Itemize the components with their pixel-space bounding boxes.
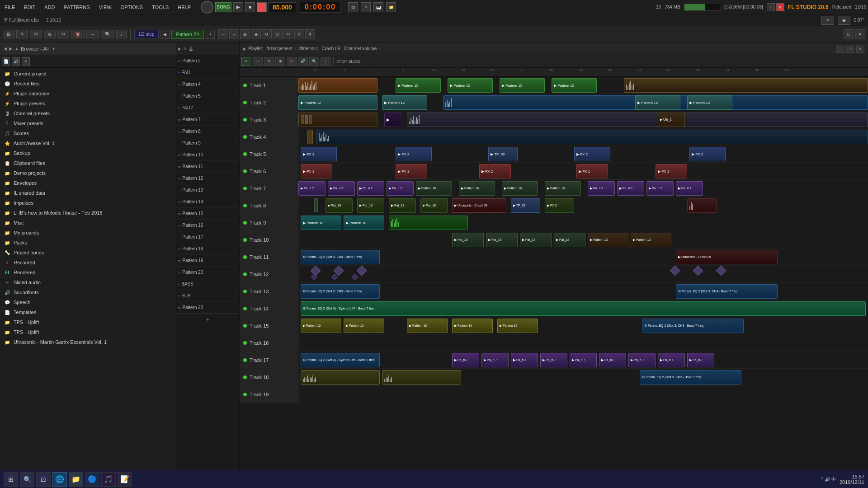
track-content-13[interactable]: ⚙ Param. EQ 2 (Slot 3. CH3 - Band 7 freq… — [298, 283, 868, 300]
track17-pan7-8[interactable]: ▶ Pa_n 7 — [658, 353, 685, 367]
track18-wave[interactable] — [301, 370, 380, 385]
track-led-16[interactable] — [243, 341, 247, 345]
track2-block-2[interactable]: ▶ Pattern 12 — [382, 95, 427, 110]
menu-patterns[interactable]: PATTERNS — [61, 4, 93, 11]
arrow-left-btn[interactable]: ← — [218, 29, 228, 39]
ie-icon[interactable]: 🌐 — [52, 472, 67, 487]
browser-item-scores[interactable]: 🎵 Scores — [0, 128, 176, 138]
track7-pan7-6[interactable]: ▶ Pa_n 7 — [617, 181, 644, 196]
track15-pat16-5[interactable]: ▶ Pattern 16 — [497, 319, 538, 333]
chrome-icon[interactable]: 🔵 — [85, 472, 99, 487]
media-icon[interactable]: 🎵 — [101, 472, 116, 487]
browser-item-clipboard[interactable]: 📋 Clipboard files — [0, 158, 176, 168]
track17-pan7-4[interactable]: ▶ Pa_n 7 — [540, 353, 567, 367]
pattern-item-17[interactable]: =Pattern 17 — [176, 231, 239, 243]
track10-pat13-1[interactable]: ▶ Pattern 13 — [588, 233, 628, 247]
arr-tool-6[interactable]: 🔗 — [298, 57, 308, 66]
browser-item-plugin-database[interactable]: ⚡ Plugin database — [0, 89, 176, 99]
track-content-17[interactable]: ⚙ Param. EQ 2 (Slot 3) - Sylenth1 #5 - B… — [298, 352, 868, 368]
menu-add[interactable]: ADD — [42, 4, 57, 11]
track15-pat16-1[interactable]: ▶ Pattern 16 — [301, 319, 341, 333]
mute-tool-btn[interactable]: 🔇 — [71, 30, 85, 38]
browser-item-ilshared[interactable]: 📁 IL shared data — [0, 188, 176, 198]
track-content-1[interactable]: ▶ Pattern 15 ▶ Pattern 15 ▶ Pattern 15 ▶… — [298, 77, 868, 94]
track6-fx1-2[interactable]: ▶ FX 1 — [396, 164, 427, 178]
track-led-11[interactable] — [243, 255, 247, 259]
track9-pat18-2[interactable]: ▶ Pattern 18 — [344, 216, 384, 230]
track-content-6[interactable]: ▶ FX 1 ▶ FX 1 ▶ FX 2 ▶ FX 1 ▶ FX 1 — [298, 163, 868, 179]
arr-tool-2[interactable]: ↔ — [253, 57, 263, 66]
pattern-item-14[interactable]: =Pattern 14 — [176, 196, 239, 208]
browser-item-lhb[interactable]: 📁 LHB's how to Melodic House - Feb 2018 — [0, 208, 176, 218]
track10-pat18-2[interactable]: ▶ Pat_18 — [486, 233, 518, 247]
refresh-btn[interactable]: 🔊 — [12, 57, 20, 66]
track-led-19[interactable] — [243, 393, 247, 396]
arr-tool-3[interactable]: ✎ — [264, 57, 274, 66]
browser-item-recorded[interactable]: 🎙 Recorded — [0, 258, 176, 267]
track8-end[interactable] — [687, 198, 717, 213]
step-left-btn[interactable]: ◀ — [160, 30, 170, 39]
track-led-2[interactable] — [243, 101, 247, 104]
track7-pan7-5[interactable]: ▶ Pa_n 7 — [588, 181, 615, 196]
track5-tp02[interactable]: ▶ TP_02 — [488, 147, 518, 161]
pattern-item-16[interactable]: =Pattern 16 — [176, 220, 239, 231]
loop-btn[interactable]: ↺ — [262, 29, 272, 39]
track7-pat16-4[interactable]: ▶ Pattern 16 — [545, 181, 581, 196]
track-led-12[interactable] — [243, 272, 247, 276]
arr-tool-7[interactable]: 🔍 — [309, 57, 319, 66]
track6-fx1-1[interactable]: ▶ FX 1 — [301, 164, 332, 178]
new-folder-btn[interactable]: 📄 — [2, 57, 10, 66]
browser-item-backup[interactable]: 📁 Backup — [0, 148, 176, 158]
track7-pan7-3[interactable]: ▶ Pa_n 7 — [357, 181, 384, 196]
browser-item-rendered[interactable]: 🎞 Rendered — [0, 267, 176, 277]
arr-tool-1[interactable]: ≡ — [241, 57, 251, 66]
track-led-17[interactable] — [243, 358, 247, 362]
browser-icon[interactable]: 📁 — [386, 2, 396, 12]
browser-item-mixer-presets[interactable]: 🎚 Mixer presets — [0, 118, 176, 128]
track17-pan7-3[interactable]: ▶ Pa_n 7 — [511, 353, 538, 367]
track13-param-eq-r[interactable]: ⚙ Param. EQ 2 (Slot 3. CH4 - Band 7 freq — [676, 284, 778, 299]
track18-param-eq[interactable]: ⚙ Param. EQ 2 (Slot 3. CH2 - Band 7 freq — [640, 370, 741, 385]
track8-pat16-1[interactable]: ▶ Pat_16 — [357, 198, 384, 213]
paint-tool-btn[interactable]: ⚙ — [30, 30, 42, 38]
slip-tool-btn[interactable]: ↔ — [86, 30, 99, 38]
browser-item-packs[interactable]: 📁 Packs — [0, 238, 176, 248]
arr-tool-4[interactable]: ⊕ — [275, 57, 285, 66]
browser-item-templates[interactable]: 📄 Templates — [0, 307, 176, 317]
piano-roll-icon[interactable]: 🎹 — [373, 2, 383, 12]
track-led-15[interactable] — [243, 324, 247, 328]
track7-pat16-1[interactable]: ▶ Pattern 16 — [416, 181, 452, 196]
track-led-18[interactable] — [243, 375, 247, 379]
track-led-3[interactable] — [243, 118, 247, 122]
track-content-12[interactable] — [298, 266, 868, 282]
track11-ultrasonic-crash[interactable]: ▶ Ultrasonic - Crash 09 — [676, 250, 778, 264]
play-icon[interactable]: ▶ — [243, 47, 246, 51]
track7-pan7-7[interactable]: ▶ Pa_n 7 — [646, 181, 674, 196]
track-content-9[interactable]: ▶ Pattern 18 ▶ Pattern 18 — [298, 214, 868, 231]
step-display[interactable]: 1/2 step — [134, 30, 159, 38]
track3-block-2[interactable] — [407, 113, 868, 127]
track5-fx2-4[interactable]: ▶ FX 2 — [689, 147, 726, 161]
track15-pat16-3[interactable]: ▶ Pattern 16 — [407, 319, 448, 333]
explorer-icon[interactable]: 📁 — [69, 472, 83, 487]
menu-file[interactable]: FILE — [2, 4, 18, 11]
pattern-item-13[interactable]: =Pattern 13 — [176, 184, 239, 196]
track13-param-eq[interactable]: ⚙ Param. EQ 2 (Slot 3. CH3 - Band 7 freq — [301, 284, 380, 299]
pattern-item-11[interactable]: =Pattern 11 — [176, 161, 239, 173]
track17-pan7-6[interactable]: ▶ Pa_n 7 — [599, 353, 626, 367]
track-content-10[interactable]: ▶ Pat_18 ▶ Pat_18 ▶ Pat_18 ▶ Pat_18 ▶ Pa… — [298, 231, 868, 248]
track9-green-block[interactable] — [389, 216, 468, 230]
track-content-18[interactable]: ⚙ Param. EQ 2 (Slot 3. CH2 - Band 7 freq — [298, 369, 868, 385]
delete-tool-btn[interactable]: ✂ — [57, 30, 69, 38]
track-content-7[interactable]: ▶ Pa_n 7 ▶ Pa_n 7 ▶ Pa_n 7 ▶ Pa_n 7 ▶ Pa… — [298, 180, 868, 197]
track15-pat16-4[interactable]: ▶ Pattern 16 — [452, 319, 493, 333]
pattern-item-bass[interactable]: •BASS — [176, 278, 239, 290]
pattern-item-19[interactable]: =Pattern 19 — [176, 255, 239, 267]
track2-block-5[interactable]: ▶ Pattern 12 — [687, 95, 732, 110]
track10-pat18-4[interactable]: ▶ Pat_18 — [554, 233, 585, 247]
track-led-1[interactable] — [243, 84, 247, 87]
browser-item-tps2[interactable]: 📁 TPS - Uplift — [0, 327, 176, 337]
track1-block-4[interactable]: ▶ Pattern 15 — [500, 78, 545, 93]
track6-fx1-4[interactable]: ▶ FX 1 — [656, 164, 687, 178]
snap-btn[interactable]: ◈ — [251, 29, 261, 39]
